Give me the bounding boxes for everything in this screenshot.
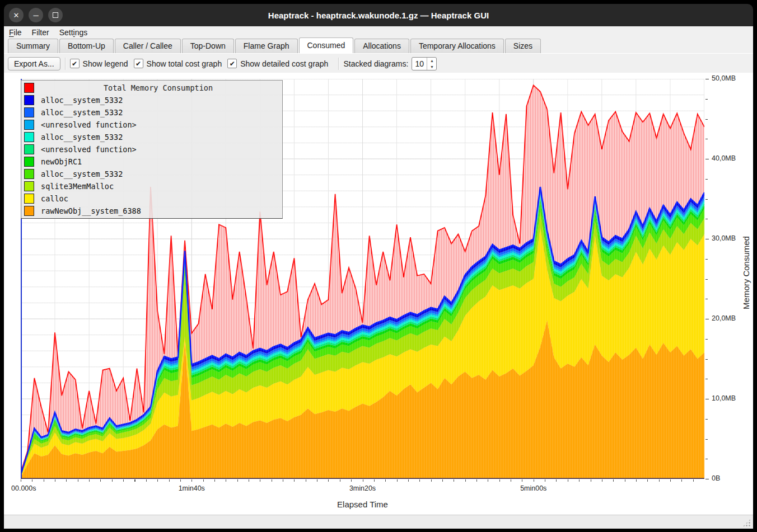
legend-swatch (24, 132, 34, 142)
checkbox-group: ✔Show legend✔Show total cost graph✔Show … (70, 59, 334, 68)
y-minor-tick (705, 199, 708, 200)
y-minor-tick (705, 259, 708, 260)
x-tick-label: 1min40s (158, 484, 225, 492)
tab-bottom-up[interactable]: Bottom-Up (59, 39, 114, 53)
y-tick-mark (705, 159, 709, 159)
tab-consumed[interactable]: Consumed (299, 37, 354, 53)
chart-legend[interactable]: Total Memory Consumptionalloc__system_53… (21, 80, 283, 219)
tab-caller-callee[interactable]: Caller / Callee (115, 39, 181, 53)
legend-swatch (24, 95, 34, 105)
y-axis-title: Memory Consumed (740, 73, 752, 473)
stacked-diagrams-spinner[interactable]: 10 ▲ ▼ (412, 57, 437, 70)
legend-title: Total Memory Consumption (34, 83, 282, 92)
export-as-button[interactable]: Export As... (8, 57, 60, 70)
stacked-diagrams-value[interactable]: 10 (412, 58, 427, 70)
y-tick-label: 40,0MB (712, 154, 736, 162)
toolbar-separator (338, 58, 339, 70)
y-minor-tick (705, 119, 708, 120)
tab-temporary-allocations[interactable]: Temporary Allocations (410, 39, 504, 53)
y-minor-tick (705, 439, 708, 440)
legend-item: newObjRC1 (21, 156, 282, 168)
legend-label: calloc (41, 194, 68, 203)
spinner-down-icon[interactable]: ▼ (427, 64, 436, 70)
checkbox-label: Show detailed cost graph (240, 59, 328, 68)
y-tick-label: 30,0MB (712, 234, 736, 242)
legend-label: sqlite3MemMalloc (41, 182, 114, 191)
legend-item: alloc__system_5332 (21, 168, 282, 180)
menu-item-file[interactable]: File (4, 27, 27, 37)
legend-swatch (24, 144, 34, 154)
y-tick-label: 0B (712, 474, 720, 482)
y-tick-mark (705, 479, 709, 479)
stacked-diagrams-label: Stacked diagrams: (343, 59, 408, 68)
legend-swatch (24, 194, 34, 204)
x-tick-label: 00.000s (11, 484, 36, 492)
legend-label: newObjRC1 (41, 157, 82, 166)
legend-item: alloc__system_5332 (21, 94, 282, 106)
y-minor-tick (705, 379, 708, 379)
tab-summary[interactable]: Summary (8, 39, 58, 53)
checkbox-label: Show total cost graph (147, 59, 222, 68)
close-icon[interactable]: ✕ (9, 8, 24, 22)
x-axis-title: Elapsed Time (21, 500, 704, 509)
checkbox-icon[interactable]: ✔ (134, 59, 143, 68)
y-minor-tick (705, 219, 708, 219)
y-minor-tick (705, 279, 708, 280)
menu-item-settings[interactable]: Settings (54, 27, 93, 37)
legend-label: <unresolved function> (41, 145, 137, 154)
legend-item: rawNewObj__system_6388 (21, 205, 282, 217)
legend-label: alloc__system_5332 (41, 170, 123, 178)
checkbox-label: Show legend (83, 59, 128, 68)
legend-item: calloc (21, 192, 282, 205)
app-window: ✕ ─ Heaptrack - heaptrack.wakunode.1.gz … (0, 0, 757, 532)
minimize-icon[interactable]: ─ (29, 8, 43, 22)
legend-swatch (24, 120, 34, 130)
legend-swatch-total (24, 83, 34, 93)
tab-top-down[interactable]: Top-Down (182, 39, 234, 53)
checkbox-show-detailed-cost-graph[interactable]: ✔Show detailed cost graph (227, 59, 328, 68)
y-minor-tick (705, 359, 708, 360)
legend-swatch (24, 107, 34, 117)
toolbar: Export As... ✔Show legend✔Show total cos… (4, 53, 753, 73)
tab-sizes[interactable]: Sizes (505, 39, 541, 53)
legend-swatch (24, 157, 34, 167)
tab-allocations[interactable]: Allocations (354, 39, 409, 53)
checkbox-icon[interactable]: ✔ (70, 59, 80, 68)
legend-label: alloc__system_5332 (41, 108, 123, 117)
y-tick-mark (705, 399, 709, 399)
legend-title-row: Total Memory Consumption (21, 82, 282, 94)
tab-bar: SummaryBottom-UpCaller / CalleeTop-DownF… (4, 38, 753, 53)
legend-swatch (24, 206, 34, 216)
legend-item: alloc__system_5332 (21, 131, 282, 143)
y-tick-label: 20,0MB (712, 314, 736, 322)
tab-flame-graph[interactable]: Flame Graph (235, 39, 298, 53)
checkbox-show-total-cost-graph[interactable]: ✔Show total cost graph (134, 59, 222, 68)
y-minor-tick (705, 299, 708, 299)
legend-label: alloc__system_5332 (41, 133, 123, 142)
y-tick-mark (705, 79, 709, 79)
legend-label: rawNewObj__system_6388 (41, 206, 141, 215)
spinner-buttons: ▲ ▼ (427, 58, 436, 70)
maximize-icon[interactable] (48, 8, 63, 22)
y-minor-tick (705, 419, 708, 420)
y-minor-tick (705, 139, 708, 139)
toolbar-separator (65, 58, 66, 70)
legend-label: alloc__system_5332 (41, 96, 123, 105)
window-title: Heaptrack - heaptrack.wakunode.1.gz — He… (4, 11, 753, 20)
legend-item: <unresolved function> (21, 143, 282, 156)
title-bar[interactable]: ✕ ─ Heaptrack - heaptrack.wakunode.1.gz … (4, 4, 753, 26)
consumed-chart-pane: 50,0MB40,0MB30,0MB20,0MB10,0MB0B 00.000s… (4, 73, 753, 515)
checkbox-icon[interactable]: ✔ (227, 59, 237, 68)
legend-label: <unresolved function> (41, 120, 137, 129)
status-bar (4, 515, 753, 529)
menu-item-filter[interactable]: Filter (27, 27, 54, 37)
legend-item: sqlite3MemMalloc (21, 180, 282, 192)
y-tick-mark (705, 239, 709, 239)
legend-swatch (24, 169, 34, 179)
y-minor-tick (705, 99, 708, 100)
checkbox-show-legend[interactable]: ✔Show legend (70, 59, 128, 68)
resize-grip-icon[interactable] (742, 519, 751, 527)
spinner-up-icon[interactable]: ▲ (427, 58, 436, 64)
legend-swatch (24, 181, 34, 191)
x-axis-tick-strip (21, 479, 704, 482)
